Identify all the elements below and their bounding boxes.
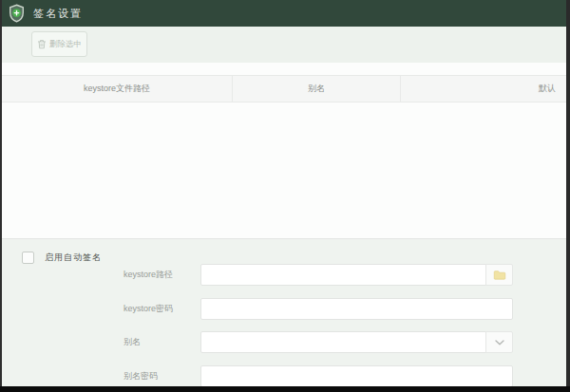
alias-password-row: 别名密码: [124, 365, 513, 387]
delete-selected-label: 删除选中: [49, 39, 82, 50]
enable-auto-sign-label: 启用自动签名: [45, 252, 102, 264]
keystore-password-input[interactable]: [200, 298, 513, 320]
toolbar: 删除选中: [0, 27, 570, 63]
column-header-keystore-path: keystore文件路径: [2, 76, 233, 102]
signature-settings-window: 签名设置 删除选中 keystore文件路径 别名 默认 启用自动签名 keys…: [0, 0, 570, 392]
auto-sign-form: 启用自动签名 keystore路径 keystore密码: [2, 239, 566, 392]
enable-auto-sign-checkbox[interactable]: [22, 252, 34, 264]
titlebar: 签名设置: [0, 0, 570, 27]
alias-label: 别名: [124, 336, 200, 348]
shield-plus-icon: [9, 4, 25, 23]
keystore-path-label: keystore路径: [124, 269, 200, 281]
enable-auto-sign-row: 启用自动签名: [22, 252, 102, 264]
table-body-empty: [2, 103, 566, 237]
page-title: 签名设置: [33, 7, 83, 21]
chevron-down-icon: [495, 340, 504, 345]
browse-folder-button[interactable]: [485, 264, 513, 286]
column-header-alias: 别名: [233, 76, 401, 102]
trash-icon: [37, 39, 47, 49]
keystore-path-input[interactable]: [200, 264, 486, 286]
alias-dropdown-button[interactable]: [485, 331, 513, 353]
keystore-path-row: keystore路径: [124, 264, 513, 286]
folder-icon: [493, 270, 506, 280]
alias-select-input[interactable]: [200, 331, 486, 353]
delete-selected-button[interactable]: 删除选中: [31, 31, 87, 57]
alias-password-label: 别名密码: [124, 370, 200, 383]
keystore-table-panel: keystore文件路径 别名 默认: [2, 63, 566, 239]
screenshot-edge-right: [566, 0, 570, 392]
keystore-password-label: keystore密码: [124, 303, 200, 315]
table-header-row: keystore文件路径 别名 默认: [2, 75, 566, 103]
screenshot-edge-bottom: [0, 386, 570, 392]
screenshot-edge-left: [0, 0, 2, 392]
alias-row: 别名: [124, 331, 513, 353]
keystore-password-row: keystore密码: [124, 298, 513, 320]
column-header-default: 默认: [401, 76, 566, 102]
alias-password-input[interactable]: [200, 365, 513, 387]
